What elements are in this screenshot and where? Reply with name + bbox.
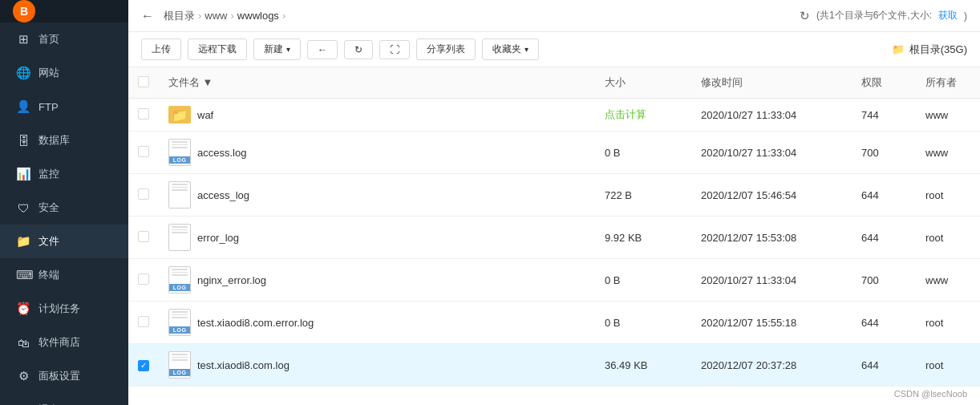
file-modified: 2020/12/07 20:37:28: [691, 344, 852, 387]
file-size: 0 B: [595, 259, 691, 302]
row-checkbox-error_log[interactable]: [138, 231, 149, 242]
file-table: 文件名 ▼ 大小 修改时间 权限 所有者 📁waf点击计算2020/10/27 …: [128, 67, 980, 387]
sidebar-label-terminal: 终端: [38, 268, 59, 282]
row-checkbox-access_log[interactable]: [138, 188, 149, 200]
file-modified: 2020/12/07 15:55:18: [691, 302, 852, 344]
fullscreen-button[interactable]: ⛶: [379, 40, 410, 59]
toolbar-refresh-button[interactable]: ↻: [344, 40, 373, 59]
new-button[interactable]: 新建 ▾: [253, 38, 301, 60]
home-icon: ⊞: [16, 32, 30, 47]
breadcrumb-www[interactable]: www: [205, 10, 227, 22]
file-owner: www: [916, 99, 980, 132]
file-owner: www: [916, 259, 980, 302]
sidebar-item-shop[interactable]: 🛍 软件商店: [0, 326, 128, 359]
file-permissions: 700: [852, 259, 916, 302]
file-table-container: 文件名 ▼ 大小 修改时间 权限 所有者 📁waf点击计算2020/10/27 …: [128, 67, 980, 405]
upload-button[interactable]: 上传: [141, 38, 181, 60]
file-name-label[interactable]: error_log: [197, 232, 239, 244]
sidebar-item-ftp[interactable]: 👤 FTP: [0, 90, 128, 124]
file-owner: root: [916, 344, 980, 387]
breadcrumb-bar: ← 根目录 › www › wwwlogs › ↻ (共1个目录与6个文件,大小…: [128, 0, 980, 32]
file-modified: 2020/10/27 11:33:04: [691, 259, 852, 302]
sidebar-item-cron[interactable]: ⏰ 计划任务: [0, 292, 128, 326]
ftp-icon: 👤: [16, 99, 30, 114]
file-name-label[interactable]: access.log: [197, 147, 246, 159]
file-permissions: 644: [852, 302, 916, 344]
file-modified: 2020/12/07 15:53:08: [691, 217, 852, 259]
table-row: LOG access.log0 B2020/10/27 11:33:04700w…: [128, 132, 980, 174]
toolbar: 上传 远程下载 新建 ▾ ← ↻ ⛶ 分享列表 收藏夹 ▾ 📁 根目录(35G): [128, 32, 980, 67]
sidebar: B ⊞ 首页 🌐 网站 👤 FTP 🗄 数据库 📊 监控 🛡 安全 📁 文件 ⌨…: [0, 0, 128, 405]
cron-icon: ⏰: [16, 302, 30, 316]
sidebar-label-files: 文件: [38, 234, 59, 249]
sidebar-item-terminal[interactable]: ⌨ 终端: [0, 258, 128, 292]
remote-download-button[interactable]: 远程下载: [188, 38, 247, 60]
table-row: access_log722 B2020/12/07 15:46:54644roo…: [128, 174, 980, 217]
terminal-icon: ⌨: [16, 268, 30, 282]
sidebar-item-website[interactable]: 🌐 网站: [0, 56, 128, 90]
calc-size-link[interactable]: 点击计算: [605, 108, 646, 120]
file-owner: root: [916, 217, 980, 259]
sidebar-label-panel: 面板设置: [38, 369, 80, 383]
sidebar-item-monitor[interactable]: 📊 监控: [0, 157, 128, 191]
file-name-label[interactable]: test.xiaodi8.com.error.log: [197, 317, 314, 329]
plain-file-icon: [168, 224, 191, 251]
file-name-label[interactable]: nginx_error.log: [197, 274, 266, 286]
col-permissions: 权限: [852, 67, 916, 99]
new-dropdown-arrow: ▾: [286, 45, 290, 54]
col-owner: 所有者: [916, 67, 980, 99]
monitor-icon: 📊: [16, 167, 30, 181]
file-name-label[interactable]: access_log: [197, 189, 249, 201]
breadcrumb-refresh-button[interactable]: ↻: [800, 9, 810, 23]
breadcrumb-back-button[interactable]: ←: [141, 9, 154, 23]
breadcrumb-current: wwwlogs: [237, 10, 279, 22]
select-all-checkbox[interactable]: [138, 76, 149, 87]
row-checkbox-access.log[interactable]: [138, 146, 149, 157]
file-size: 9.92 KB: [595, 217, 691, 259]
sidebar-label-cron: 计划任务: [38, 302, 80, 316]
file-size[interactable]: 点击计算: [595, 99, 691, 132]
sidebar-item-security[interactable]: 🛡 安全: [0, 191, 128, 225]
main-content: ← 根目录 › www › wwwlogs › ↻ (共1个目录与6个文件,大小…: [128, 0, 980, 405]
sidebar-item-logout[interactable]: → 退出: [0, 393, 128, 405]
breadcrumb-root[interactable]: 根目录: [164, 9, 195, 23]
file-owner: www: [916, 132, 980, 174]
bookmark-button[interactable]: 收藏夹 ▾: [482, 38, 539, 60]
file-permissions: 644: [852, 174, 916, 217]
sidebar-label-website: 网站: [38, 66, 59, 80]
sidebar-item-database[interactable]: 🗄 数据库: [0, 124, 128, 157]
sidebar-item-home[interactable]: ⊞ 首页: [0, 22, 128, 56]
row-checkbox-nginx_error.log[interactable]: [138, 273, 149, 285]
col-size: 大小: [595, 67, 691, 99]
file-size: 0 B: [595, 302, 691, 344]
file-name-label[interactable]: waf: [197, 109, 213, 121]
sidebar-item-panel[interactable]: ⚙ 面板设置: [0, 359, 128, 393]
table-row: error_log9.92 KB2020/12/07 15:53:08644ro…: [128, 217, 980, 259]
file-summary-text: (共1个目录与6个文件,大小:: [816, 9, 932, 22]
breadcrumb-nav: ← 根目录 › www › wwwlogs ›: [141, 9, 285, 23]
sidebar-label-security: 安全: [38, 200, 59, 215]
logo-icon: B: [13, 0, 35, 22]
row-checkbox-test.xiaodi8.com.error.log[interactable]: [138, 316, 149, 327]
sidebar-label-monitor: 监控: [38, 167, 59, 181]
file-permissions: 644: [852, 344, 916, 387]
sidebar-item-files[interactable]: 📁 文件: [0, 225, 128, 258]
log-file-icon: LOG: [168, 266, 191, 294]
root-disk-info: 📁 根目录(35G): [892, 43, 967, 57]
row-checkbox-waf[interactable]: [138, 108, 149, 119]
file-name-label[interactable]: test.xiaodi8.com.log: [197, 359, 290, 371]
toolbar-back-button[interactable]: ←: [307, 40, 338, 59]
file-size: 722 B: [595, 174, 691, 217]
bookmark-dropdown-arrow: ▾: [524, 45, 528, 54]
table-row: LOG test.xiaodi8.com.error.log0 B2020/12…: [128, 302, 980, 344]
log-file-icon: LOG: [168, 309, 191, 336]
security-icon: 🛡: [16, 201, 30, 215]
file-permissions: 644: [852, 217, 916, 259]
file-owner: root: [916, 302, 980, 344]
col-modified: 修改时间: [691, 67, 852, 99]
get-size-link[interactable]: 获取: [938, 9, 958, 22]
sidebar-label-shop: 软件商店: [38, 335, 80, 350]
row-checkbox-test.xiaodi8.com.log[interactable]: ✓: [138, 360, 149, 371]
share-list-button[interactable]: 分享列表: [416, 38, 476, 60]
shop-icon: 🛍: [16, 336, 30, 350]
